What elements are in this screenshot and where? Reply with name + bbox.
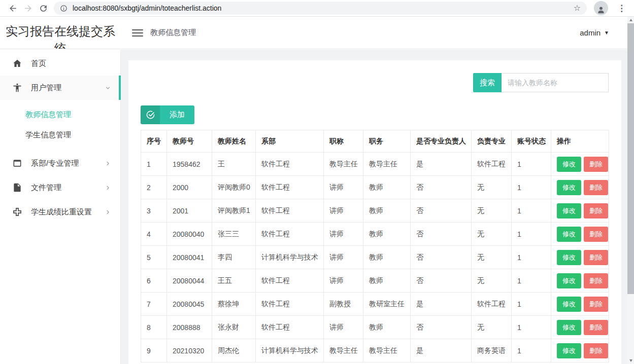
table-cell: 2000 xyxy=(167,176,212,199)
table-cell: 无 xyxy=(472,316,512,339)
chevron-right-icon xyxy=(105,209,111,215)
scroll-down-icon[interactable] xyxy=(627,357,634,364)
table-cell-actions: 修改删除 xyxy=(551,223,609,246)
table-cell: 1 xyxy=(512,199,551,223)
table-row: 620080044王五软件工程讲师教师否无1修改删除 xyxy=(141,269,609,293)
delete-button[interactable]: 删除 xyxy=(584,320,608,335)
table-cell: 20080041 xyxy=(167,246,212,269)
table-cell: 李四 xyxy=(212,246,256,269)
window-icon xyxy=(12,158,22,168)
browser-menu-icon[interactable]: ⋮ xyxy=(614,3,629,14)
table-body: 11958462王软件工程教导主任教导主任是软件工程1修改删除22000评阅教师… xyxy=(141,153,609,362)
home-icon xyxy=(12,58,22,68)
table-cell: 讲师 xyxy=(324,223,363,246)
chevron-right-icon xyxy=(105,160,111,167)
table-cell: 4 xyxy=(141,223,167,246)
address-bar[interactable]: localhost:8080/sxbgtj/admin/toteacherlis… xyxy=(54,2,587,15)
accessibility-icon xyxy=(12,83,22,93)
table-cell: 无 xyxy=(472,176,512,199)
edit-button[interactable]: 修改 xyxy=(557,320,581,335)
table-cell: 3 xyxy=(141,199,167,223)
table-cell: 1 xyxy=(512,339,551,362)
table-cell: 1 xyxy=(512,293,551,316)
sidebar-item[interactable]: 文件管理 xyxy=(0,175,120,200)
column-header: 是否专业负责人 xyxy=(411,130,472,153)
table-cell: 副教授 xyxy=(324,293,363,316)
table-row: 11958462王软件工程教导主任教导主任是软件工程1修改删除 xyxy=(141,153,609,176)
table-cell: 讲师 xyxy=(324,246,363,269)
table-header-row: 序号教师号教师姓名系部职称职务是否专业负责人负责专业账号状态操作 xyxy=(141,130,609,153)
table-row: 32001评阅教师1软件工程讲师教师否无1修改删除 xyxy=(141,199,609,223)
chevron-down-icon xyxy=(105,85,111,91)
table-row: 82008888张永财软件工程讲师教师否无1修改删除 xyxy=(141,316,609,339)
edit-button[interactable]: 修改 xyxy=(557,157,581,172)
search-input[interactable] xyxy=(502,73,609,92)
table-cell: 教师 xyxy=(363,246,411,269)
scrollbar-thumb[interactable] xyxy=(627,23,634,294)
sidebar-submenu: 教师信息管理学生信息管理 xyxy=(0,100,120,151)
table-cell: 否 xyxy=(411,223,472,246)
table-cell: 8 xyxy=(141,316,167,339)
add-button[interactable]: 添加 xyxy=(141,105,194,124)
table-cell: 教导主任 xyxy=(324,153,363,176)
table-cell: 教师 xyxy=(363,199,411,223)
column-header: 职称 xyxy=(324,130,363,153)
table-cell: 软件工程 xyxy=(256,316,324,339)
sidebar-item[interactable]: 用户管理 xyxy=(0,76,120,100)
edit-button[interactable]: 修改 xyxy=(557,273,581,288)
table-cell-actions: 修改删除 xyxy=(551,316,609,339)
delete-button[interactable]: 删除 xyxy=(584,203,608,219)
delete-button[interactable]: 删除 xyxy=(584,273,608,288)
column-header: 职务 xyxy=(363,130,411,153)
table-cell: 讲师 xyxy=(324,269,363,293)
table-cell: 无 xyxy=(472,269,512,293)
delete-button[interactable]: 删除 xyxy=(584,157,608,172)
reload-icon[interactable] xyxy=(36,1,51,15)
table-cell: 软件工程 xyxy=(472,293,512,316)
table-cell: 是 xyxy=(411,339,472,362)
delete-button[interactable]: 删除 xyxy=(584,227,608,242)
sidebar-item-label: 文件管理 xyxy=(31,183,61,193)
delete-button[interactable]: 删除 xyxy=(584,250,608,265)
table-row: 920210320周杰伦计算机科学与技术教导主任教导主任是商务英语1修改删除 xyxy=(141,339,609,362)
sidebar-subitem[interactable]: 学生信息管理 xyxy=(0,125,120,145)
sidebar-item[interactable]: 首页 xyxy=(0,51,120,76)
add-button-label: 添加 xyxy=(160,105,194,124)
edit-button[interactable]: 修改 xyxy=(557,250,581,265)
sidebar-item-label: 系部/专业管理 xyxy=(31,159,79,168)
search-button[interactable]: 搜索 xyxy=(473,73,502,92)
table-cell: 王 xyxy=(212,153,256,176)
table-cell: 教师 xyxy=(363,316,411,339)
delete-button[interactable]: 删除 xyxy=(584,297,608,312)
sidebar-subitem[interactable]: 教师信息管理 xyxy=(0,104,120,125)
column-header: 教师姓名 xyxy=(212,130,256,153)
table-cell: 计算机科学与技术 xyxy=(256,339,324,362)
edit-button[interactable]: 修改 xyxy=(557,203,581,219)
back-icon[interactable] xyxy=(5,1,20,15)
forward-icon[interactable] xyxy=(20,1,36,15)
table-cell: 软件工程 xyxy=(256,269,324,293)
edit-button[interactable]: 修改 xyxy=(557,297,581,312)
delete-button[interactable]: 删除 xyxy=(584,180,608,195)
sidebar-item[interactable]: 系部/专业管理 xyxy=(0,151,120,175)
edit-button[interactable]: 修改 xyxy=(557,343,581,358)
bookmark-star-icon[interactable]: ☆ xyxy=(574,4,581,12)
search-bar: 搜索 xyxy=(141,73,609,92)
table-cell: 教师 xyxy=(363,223,411,246)
delete-button[interactable]: 删除 xyxy=(584,343,608,358)
content-area: 搜索 添加 xyxy=(121,50,634,364)
chevron-right-icon xyxy=(105,185,111,191)
sidebar-item[interactable]: 学生成绩比重设置 xyxy=(0,200,120,224)
page-scrollbar[interactable] xyxy=(627,17,634,364)
profile-avatar[interactable] xyxy=(594,1,608,15)
sidebar-toggle-icon[interactable] xyxy=(132,27,143,39)
edit-button[interactable]: 修改 xyxy=(557,180,581,195)
edit-button[interactable]: 修改 xyxy=(557,227,581,242)
scroll-up-icon[interactable] xyxy=(627,17,634,23)
table-cell: 否 xyxy=(411,246,472,269)
column-header: 负责专业 xyxy=(472,130,512,153)
user-dropdown[interactable]: admin ▼ xyxy=(580,28,609,37)
table-cell: 20080045 xyxy=(167,293,212,316)
column-header: 系部 xyxy=(256,130,324,153)
site-info-icon[interactable] xyxy=(60,5,68,12)
